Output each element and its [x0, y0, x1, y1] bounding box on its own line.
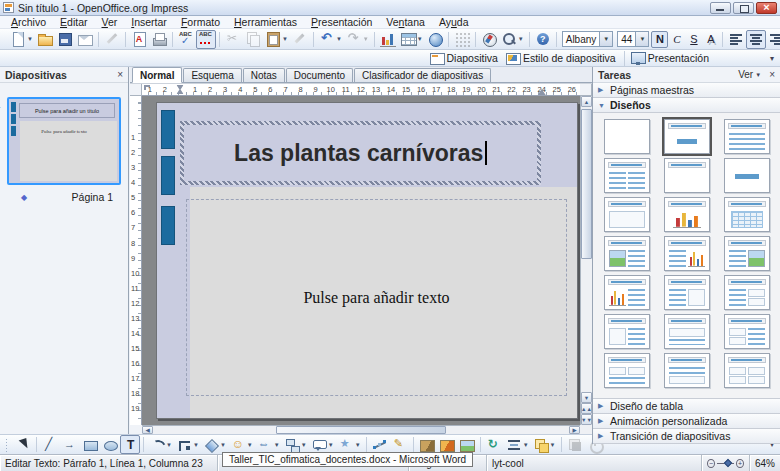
font-name-dropdown-icon[interactable]: ▼	[599, 32, 612, 46]
rotate-button[interactable]	[484, 435, 504, 454]
hyperlink-button[interactable]	[425, 30, 445, 49]
title-textbox-editing[interactable]: Las plantas carnívoras	[180, 121, 541, 185]
layout-blank[interactable]	[604, 119, 650, 154]
undo-dropdown-icon[interactable]: ▼	[336, 36, 342, 42]
undo-button[interactable]: ▼	[317, 30, 344, 49]
layout-title-text-over-object[interactable]	[664, 353, 710, 388]
section-slide-transition[interactable]: ▶Transición de diapositivas	[593, 429, 780, 444]
font-name-value[interactable]: Albany	[563, 34, 600, 45]
connector-button[interactable]: ▼	[174, 435, 201, 454]
menu-archivo[interactable]: Archivo	[4, 16, 53, 28]
close-button[interactable]	[756, 2, 777, 14]
font-size-dropdown-icon[interactable]: ▼	[635, 32, 648, 46]
layout-title-two-objects-text[interactable]	[724, 314, 770, 349]
indent-marker[interactable]	[177, 85, 184, 94]
callouts-dropdown-icon[interactable]: ▼	[328, 442, 334, 448]
horizontal-scroll-thumb[interactable]	[276, 426, 446, 434]
slide-title-text[interactable]: Las plantas carnívoras	[234, 140, 483, 167]
horizontal-scrollbar[interactable]: ◀ ▶	[142, 425, 580, 434]
slide-button[interactable]: Diapositiva	[427, 49, 503, 68]
vertical-scroll-thumb[interactable]	[581, 109, 592, 259]
paste-dropdown-icon[interactable]: ▼	[282, 36, 288, 42]
table-button[interactable]: ▼	[398, 30, 425, 49]
menu-ayuda[interactable]: Ayuda	[432, 16, 476, 28]
zoom-dropdown-icon[interactable]: ▼	[518, 36, 524, 42]
layout-title-clipart-text[interactable]	[604, 236, 650, 271]
zoom-button[interactable]: ▼	[499, 30, 526, 49]
block-arrows-dropdown-icon[interactable]: ▼	[274, 442, 280, 448]
scroll-left-icon[interactable]: ◀	[142, 426, 153, 434]
vertical-ruler[interactable]: 12345678910111213141516171819	[130, 96, 142, 425]
spellcheck-button[interactable]	[176, 30, 196, 49]
layout-title-text-object[interactable]	[664, 275, 710, 310]
section-layouts[interactable]: ▼Diseños	[593, 98, 780, 113]
layout-title-box[interactable]	[604, 197, 650, 232]
align-center-button[interactable]	[746, 30, 766, 49]
layout-title-list[interactable]	[724, 119, 770, 154]
curve-dropdown-icon[interactable]: ▼	[166, 442, 172, 448]
email-button[interactable]	[75, 30, 95, 49]
print-button[interactable]	[149, 30, 169, 49]
autospellcheck-button[interactable]	[196, 30, 216, 49]
tasks-view-menu[interactable]: Ver	[738, 69, 753, 80]
vertical-scrollbar[interactable]: ▲ ▼ ▲▲ ▼▼	[580, 96, 592, 425]
layout-title-two-objects-over-text[interactable]	[604, 353, 650, 388]
italic-button[interactable]: C	[668, 31, 685, 48]
layout-title-spreadsheet[interactable]	[724, 197, 770, 232]
menu-formato[interactable]: Formato	[174, 16, 227, 28]
next-slide-icon[interactable]: ▼▼	[581, 414, 592, 425]
menu-ver[interactable]: Ver	[94, 16, 124, 28]
slide-canvas[interactable]: Pulse para añadir texto Las plantas carn…	[156, 102, 578, 419]
layout-title-only[interactable]	[664, 158, 710, 193]
layout-title-object-over-text[interactable]	[664, 314, 710, 349]
zoom-in-icon[interactable]: +	[736, 459, 744, 468]
zoom-track[interactable]	[717, 463, 734, 464]
slides-panel-close-icon[interactable]: ×	[117, 70, 123, 80]
slideshow-button[interactable]: Presentación	[628, 49, 714, 68]
menu-insertar[interactable]: Insertar	[124, 16, 174, 28]
tab-documento[interactable]: Documento	[286, 68, 353, 82]
slide-design-button[interactable]: Estilo de diapositiva	[503, 49, 621, 68]
body-text-placeholder[interactable]: Pulse para añadir texto	[186, 199, 567, 396]
toolbar-overflow-button[interactable]: ▾	[766, 54, 778, 63]
curve-button[interactable]: ▼	[147, 435, 174, 454]
scroll-right-icon[interactable]: ▶	[569, 426, 580, 434]
layout-title-four-objects[interactable]	[724, 353, 770, 388]
align-left-button[interactable]	[726, 30, 746, 49]
stars-dropdown-icon[interactable]: ▼	[355, 442, 361, 448]
arrange-button[interactable]: ▼	[531, 435, 558, 454]
scroll-up-icon[interactable]: ▲	[581, 96, 592, 107]
layout-title-content[interactable]	[664, 119, 710, 154]
save-button[interactable]	[55, 30, 75, 49]
font-size-combo[interactable]: 44 ▼	[617, 31, 649, 47]
tasks-view-dropdown-icon[interactable]: ▼	[755, 72, 761, 78]
text-button[interactable]	[120, 435, 140, 454]
font-size-value[interactable]: 44	[618, 34, 635, 45]
redo-dropdown-icon[interactable]: ▼	[363, 36, 369, 42]
chart-button[interactable]	[378, 30, 398, 49]
paste-button[interactable]: ▼	[263, 30, 290, 49]
scroll-down-icon[interactable]: ▼	[581, 392, 592, 403]
align-right-button[interactable]	[766, 30, 780, 49]
zoom-percent[interactable]: 64%	[750, 455, 780, 471]
basic-shapes-dropdown-icon[interactable]: ▼	[220, 442, 226, 448]
tab-clasificador-de-diapositivas[interactable]: Clasificador de diapositivas	[354, 68, 491, 82]
zoom-out-icon[interactable]: −	[707, 459, 715, 468]
zoom-slider[interactable]: − +	[702, 455, 750, 471]
font-name-combo[interactable]: Albany ▼	[562, 31, 614, 47]
layout-title-text-clipart[interactable]	[724, 236, 770, 271]
tab-esquema[interactable]: Esquema	[183, 68, 241, 82]
connector-dropdown-icon[interactable]: ▼	[193, 442, 199, 448]
rectangle-button[interactable]	[80, 435, 100, 454]
alignment-dropdown-icon[interactable]: ▼	[523, 442, 529, 448]
tab-normal[interactable]: Normal	[132, 67, 182, 83]
navigator-button[interactable]	[479, 30, 499, 49]
shadow-button[interactable]: A	[702, 31, 719, 48]
line-button[interactable]	[40, 435, 60, 454]
underline-button[interactable]: S	[685, 31, 702, 48]
symbol-shapes-dropdown-icon[interactable]: ▼	[247, 442, 253, 448]
section-master-pages[interactable]: ▶Páginas maestras	[593, 83, 780, 98]
flowchart-dropdown-icon[interactable]: ▼	[301, 442, 307, 448]
slide-thumbnail[interactable]: Pulse para añadir un título Pulse para a…	[7, 97, 121, 185]
menu-herramientas[interactable]: Herramientas	[227, 16, 304, 28]
